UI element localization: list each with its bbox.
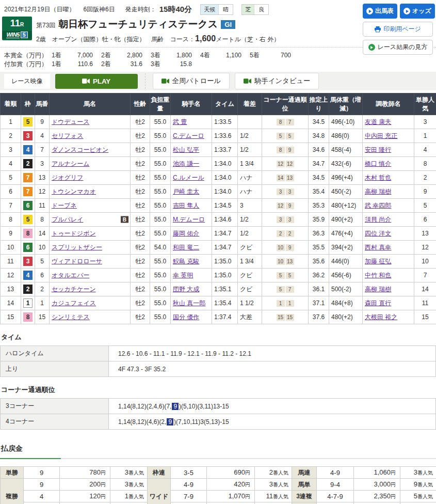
horse-link[interactable]: カジュフェイス [52,300,96,307]
winner-highlight: 9 [167,418,173,426]
horse-link[interactable]: トウシンマカオ [52,188,96,195]
jockey-link[interactable]: C.デムーロ [173,132,204,139]
corner-order-badge: 7 [286,119,294,125]
payout-popularity: 9番人気 [400,479,436,491]
turf-label: 芝 [242,5,254,14]
horse-link[interactable]: ダノンスコーピオン [52,146,108,153]
table-row: 3コーナー 1,14(8,12)(2,4,6)(7,9)(5,10)(3,11)… [1,399,436,414]
column-header: 枠 [21,93,35,115]
trainer-link[interactable]: 森田 直行 [365,300,391,307]
jockey-link[interactable]: M.デムーロ [173,216,205,223]
frame-number-badge: 6 [23,243,33,252]
jockey-interview-button[interactable]: 騎手インタビュー [235,73,319,89]
frame-cell: 2 [21,282,35,296]
jockey-link[interactable]: 松山 弘平 [173,146,199,153]
jockey-link[interactable]: 藤岡 佑介 [173,230,199,237]
margin: クビ [238,241,262,255]
finish-position: 12 [1,269,21,282]
trainer-link[interactable]: 西村 真幸 [365,244,391,251]
corner-order-badge: 1 [286,300,294,307]
trainer-link[interactable]: 四位 洋文 [365,230,391,237]
trainer-link[interactable]: 須貝 尚介 [365,216,391,223]
jockey-link[interactable]: 池添 謙一 [173,160,199,167]
win-favorite-rank: 7 [414,269,436,282]
trainer-link[interactable]: 中竹 和也 [365,272,391,279]
finish-position: 7 [1,199,21,213]
trainer-link[interactable]: 中内田 充正 [365,132,397,139]
jockey-link[interactable]: 国分 優作 [173,313,199,321]
trainer-link[interactable]: 木村 哲也 [365,174,391,181]
horse-link[interactable]: ジオグリフ [52,174,83,181]
horse-weight: 496(+4) [329,171,363,185]
sex-age: 牡2 [131,296,150,310]
video-camera-icon [244,78,251,84]
time-table: ハロンタイム 12.6 - 10.6 - 11.1 - 11.9 - 12.1 … [0,345,436,377]
win-favorite-rank: 13 [414,227,436,241]
finish-position: 15 [1,310,21,324]
corner-order-cell: 33 [262,185,309,199]
jockey-link[interactable]: 団野 大成 [173,286,199,293]
corner-order-badge: 13 [286,258,294,265]
horse-link[interactable]: シンリミテス [52,313,90,321]
horse-link[interactable]: プルパレイ [52,216,83,223]
trainer-link[interactable]: 大根田 裕之 [365,313,397,321]
trainer-cell: 友道 康夫 [363,115,414,129]
horse-weight: 496(-10) [329,115,363,129]
trainer-link[interactable]: 安田 隆行 [365,146,391,153]
trainer-link[interactable]: 高柳 瑞樹 [365,188,391,195]
horse-link[interactable]: セッカチケーン [52,286,96,293]
corner-order-cell: 129 [262,199,309,213]
bet-type-label: 枠連 [148,467,171,479]
jockey-link[interactable]: 鮫島 克駿 [173,258,199,265]
horse-link[interactable]: アルナシーム [52,160,89,167]
trainer-link[interactable]: 友道 康夫 [365,118,391,125]
horse-number: 10 [35,241,50,255]
jockey-link[interactable]: 和田 竜二 [173,244,199,251]
prize-item: 5着700 [250,51,299,60]
win-favorite-rank: 14 [414,282,436,296]
payout-row: 4 120円 1番人気 7-9 1,070円 11番人気3連複 4-7-9 2,… [1,491,436,502]
jockey-link[interactable]: 幸 英明 [173,272,193,279]
result-row: 4 2 3 アルナシーム 牡2 55.0 池添 謙一 1:34.0 1 3/4 … [1,157,436,171]
horse-link[interactable]: オタルエバー [52,272,89,279]
jockey-cell: 秋山 真一郎 [171,296,212,310]
jockey-cell: C.デムーロ [171,129,212,143]
sex-age: 牡2 [131,282,150,296]
jockey-link[interactable]: 秋山 真一郎 [173,300,205,307]
finish-position: 1 [1,115,21,129]
horse-link[interactable]: ドーブネ [52,202,77,209]
margin: 1/2 [238,227,262,241]
result-guide-button[interactable]: レース結果の見方 [363,40,433,55]
column-header: 着差 [238,93,262,115]
entry-table-button[interactable]: 出馬表 [363,4,397,19]
arrow-circle-icon [368,44,375,51]
odds-button[interactable]: オッズ [400,4,435,19]
print-page-button[interactable]: 印刷用ページ [363,22,433,37]
play-button[interactable]: PLAY [55,74,138,89]
jockey-link[interactable]: 戸崎 圭太 [173,188,199,195]
carried-weight: 55.0 [150,269,171,282]
horse-link[interactable]: セリフォス [52,132,83,139]
payout-table: 単勝 9 780円 3番人気 枠連 3-5 690円 2番人気 馬連 4-9 1… [0,466,436,504]
frame-cell: 7 [21,171,35,185]
jockey-link[interactable]: 武 豊 [173,118,187,125]
corner-order-badge: 14 [277,175,285,181]
race-ordinal: 第73回 [36,21,55,30]
horse-name-cell: ドーブネ [50,199,131,213]
payout-popularity: 3番人気 [255,479,292,491]
payout-combination: 7-9 [171,491,207,502]
trainer-link[interactable]: 高柳 瑞樹 [365,286,391,293]
horse-link[interactable]: スプリットザシー [52,244,102,251]
horse-link[interactable]: ドウデュース [52,118,89,125]
sex-age: 牝2 [131,241,150,255]
trainer-link[interactable]: 武 幸四郎 [365,202,391,209]
horse-link[interactable]: ヴィアドロローサ [52,258,102,265]
turf-condition-box: 芝 良 [241,4,269,15]
result-row: 5 7 13 ジオグリフ 牡2 55.0 C.ルメール 1:34.0 ハナ 14… [1,171,436,185]
horse-link[interactable]: トゥードジボン [52,230,96,237]
trainer-link[interactable]: 加藤 征弘 [365,258,391,265]
trainer-link[interactable]: 橋口 慎介 [365,160,391,167]
jockey-link[interactable]: 吉田 隼人 [173,202,199,209]
jockey-link[interactable]: C.ルメール [173,174,204,181]
patrol-video-button[interactable]: 全周パトロール [153,73,230,89]
